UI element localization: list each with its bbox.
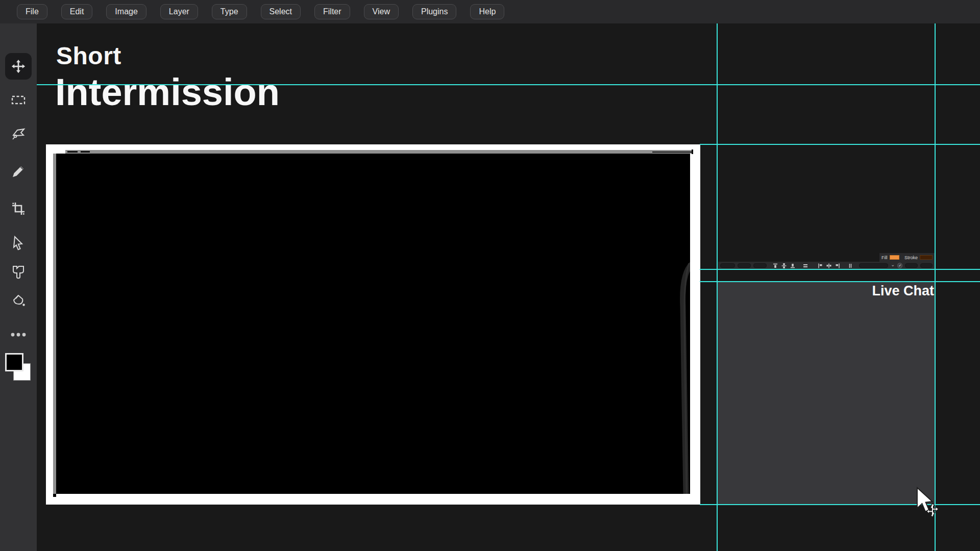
paintbrush-icon [11, 264, 26, 281]
fill-stroke-bar: Fill Stroke [879, 253, 935, 262]
option-dropdown-field[interactable] [859, 263, 888, 268]
paint-bucket-icon [10, 293, 27, 309]
scrubber-bottom-tick [53, 494, 56, 497]
heading-short-text-layer[interactable]: Short [56, 44, 121, 68]
mouse-cursor [912, 485, 947, 523]
scrubber-bar-horizontal [65, 150, 693, 154]
fill-tool[interactable] [0, 293, 37, 309]
horizontal-guide[interactable] [700, 144, 980, 145]
menu-type[interactable]: Type [212, 4, 247, 19]
stroke-label: Stroke [904, 255, 918, 260]
move-arrows-icon [11, 59, 26, 74]
option-field[interactable] [753, 263, 767, 268]
app-window: File Edit Image Layer Type Select Filter… [0, 0, 980, 551]
horizontal-guide[interactable] [700, 281, 980, 282]
brush-tool[interactable] [0, 264, 37, 281]
pencil-tool[interactable] [0, 163, 37, 180]
menubar: File Edit Image Layer Type Select Filter… [0, 0, 980, 23]
menu-help[interactable]: Help [470, 4, 504, 19]
menu-file[interactable]: File [17, 4, 47, 19]
distribute-right-icon[interactable] [835, 262, 841, 269]
arrow-pointer-icon [11, 235, 26, 252]
scrubber-bar-vertical [53, 154, 56, 495]
crop-tool[interactable] [0, 201, 37, 216]
double-bar-icon[interactable] [847, 262, 853, 269]
ellipsis-icon [10, 331, 27, 339]
option-field[interactable] [738, 263, 751, 268]
live-chat-panel-layer[interactable] [717, 282, 935, 505]
vertical-guide[interactable] [717, 23, 718, 551]
menu-plugins[interactable]: Plugins [412, 4, 456, 19]
horizontal-guide[interactable] [37, 84, 980, 85]
vertical-guide[interactable] [935, 23, 936, 551]
foreground-color-swatch[interactable] [5, 353, 23, 371]
scrubber-end-tick [692, 149, 693, 154]
video-frame-layer[interactable] [46, 144, 700, 505]
move-cursor-icon [912, 485, 947, 521]
video-placeholder [53, 154, 690, 494]
scrubber-dash [81, 151, 90, 153]
option-field[interactable] [905, 263, 918, 268]
dashed-rectangle-icon [11, 93, 26, 107]
lasso-icon [10, 126, 27, 142]
shape-options-bar: ⌄ ✓ [718, 262, 935, 269]
align-middle-icon[interactable] [781, 262, 787, 269]
tool-sidebar [0, 23, 37, 551]
menu-view[interactable]: View [364, 4, 399, 19]
align-bottom-icon[interactable] [790, 262, 796, 269]
menu-edit[interactable]: Edit [61, 4, 93, 19]
move-tool[interactable] [5, 53, 32, 80]
crop-icon [11, 201, 26, 216]
brush-streak-decoration [53, 154, 690, 494]
horizontal-guide[interactable] [700, 269, 980, 270]
stroke-color-swatch[interactable] [920, 255, 933, 260]
menu-select[interactable]: Select [261, 4, 301, 19]
distribute-center-icon[interactable] [826, 262, 832, 269]
menu-image[interactable]: Image [106, 4, 146, 19]
menu-layer[interactable]: Layer [160, 4, 198, 19]
more-tools[interactable] [0, 331, 37, 339]
fill-label: Fill [881, 255, 888, 260]
marquee-tool[interactable] [0, 93, 37, 107]
distribute-left-icon[interactable] [817, 262, 823, 269]
pencil-icon [10, 163, 27, 180]
option-field[interactable] [920, 263, 933, 268]
live-chat-title[interactable]: Live Chat [817, 283, 934, 299]
menu-filter[interactable]: Filter [314, 4, 350, 19]
lasso-tool[interactable] [0, 126, 37, 142]
pointer-tool[interactable] [0, 235, 37, 252]
chevron-down-icon[interactable]: ⌄ [891, 262, 895, 267]
heading-intermission-text-layer[interactable]: Intermission [55, 73, 280, 111]
check-toggle[interactable]: ✓ [897, 263, 902, 268]
fill-color-swatch[interactable] [890, 255, 899, 260]
align-top-icon[interactable] [772, 262, 778, 269]
scrubber-line [652, 152, 692, 153]
option-field[interactable] [720, 263, 735, 268]
scrubber-dash [67, 151, 78, 153]
justify-icon[interactable] [802, 262, 808, 269]
